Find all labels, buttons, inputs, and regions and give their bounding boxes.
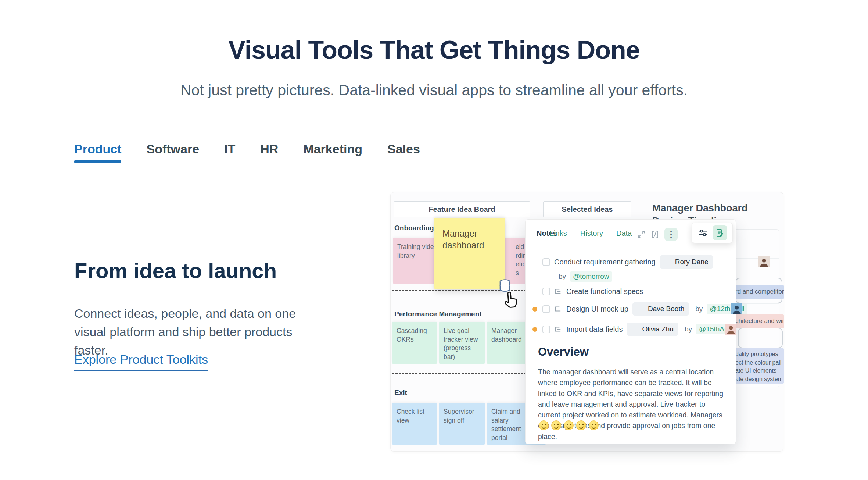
page-subtitle: Not just pretty pictures. Data-linked vi… (0, 82, 868, 99)
tab-marketing[interactable]: Marketing (303, 142, 362, 163)
tab-label: Sales (387, 142, 420, 156)
task-detail-panel: Notes Links History Data ⋮ (525, 219, 736, 444)
active-tab-underline (74, 160, 121, 163)
due-date: @tomorrow (570, 271, 612, 282)
avatar (628, 324, 639, 335)
task-row: Create functional specs (526, 286, 732, 297)
chip-line: ect the colour pallet (735, 359, 781, 367)
section-heading: From idea to launch (74, 258, 277, 283)
edit-note-button (713, 225, 727, 240)
tab-label: HR (260, 142, 278, 156)
thinking-face-emoji-icon (589, 420, 599, 430)
chip-line: ate UI elements (735, 367, 781, 375)
task-title: Design UI mock up (566, 305, 628, 313)
checkbox-icon (542, 288, 550, 295)
assignee-chip: Dave Booth (632, 302, 689, 316)
section-body: Connect ideas, people, and data on one v… (74, 305, 328, 360)
task-title: Create functional specs (566, 287, 643, 296)
tab-sales[interactable]: Sales (387, 142, 420, 163)
subtask-tree-icon (554, 325, 562, 333)
sticky-note: Manager dashboard (434, 218, 505, 289)
timeline-chip-blue: rd and competitor a (732, 285, 784, 299)
tab-software[interactable]: Software (146, 142, 199, 163)
tab-label: IT (224, 142, 235, 156)
task-row: Conduct requirement gathering Rory Dane (526, 256, 732, 267)
panel-tabs: Notes Links History Data (537, 229, 632, 241)
chip-line: dality prototypes (735, 350, 781, 359)
tab-product[interactable]: Product (74, 142, 121, 163)
angry-face-emoji-icon (564, 420, 574, 430)
product-illustration: Feature Idea Board Selected Ideas Manage… (390, 192, 783, 452)
floating-toolbar (692, 223, 733, 243)
tab-label: Software (146, 142, 199, 156)
panel-tab-links: Links (550, 229, 567, 241)
assignee-chip: Rory Dane (660, 255, 713, 269)
lane-divider (392, 373, 546, 374)
checkbox-icon (542, 258, 550, 266)
overview-heading: Overview (538, 345, 589, 359)
lane-divider (392, 290, 546, 291)
subtask-tree-icon (554, 305, 562, 313)
panel-tab-data: Data (616, 229, 632, 241)
idea-card: Check list view (392, 403, 437, 445)
expand-icon (636, 230, 646, 239)
flag-dot-icon (532, 327, 537, 332)
emoji-reactions (539, 420, 599, 430)
tab-hr[interactable]: HR (260, 142, 278, 163)
overview-body: The manager dashboard will serve as a ce… (538, 367, 725, 442)
explore-toolkits-link[interactable]: Explore Product Toolkits (74, 352, 208, 371)
idea-card: Live goal tracker view (progress bar) (439, 322, 485, 364)
face-with-tears-of-joy-emoji-icon (551, 420, 561, 430)
task-title: Import data fields (566, 325, 623, 334)
board-header-selected-ideas: Selected Ideas (543, 201, 631, 217)
page-title: Visual Tools That Get Things Done (0, 35, 868, 65)
flag-dot-icon (532, 307, 537, 312)
kebab-menu-icon: ⋮ (664, 228, 678, 241)
hand-pointer-cursor-icon (499, 288, 521, 312)
lane-label-onboarding: Onboarding (394, 224, 434, 232)
checkbox-icon (542, 326, 550, 333)
board-header-feature-idea: Feature Idea Board (394, 201, 530, 217)
panel-tab-history: History (580, 229, 603, 241)
assignee-chip: Olivia Zhu (627, 323, 678, 336)
lane-label-performance: Performance Management (394, 310, 482, 318)
sliders-icon (697, 227, 709, 239)
avatar (634, 303, 645, 314)
idea-card: Cascading OKRs (392, 322, 437, 364)
smiling-face-with-halo-emoji-icon (576, 420, 586, 430)
lane-label-exit: Exit (394, 389, 407, 397)
task-title: Conduct requirement gathering (554, 258, 656, 266)
task-due-row: by @tomorrow (526, 271, 732, 282)
subtask-tree-icon (554, 287, 562, 295)
task-row: Design UI mock up Dave Booth by @12thApr… (526, 303, 732, 314)
timeline-chip-purple: dality prototypes ect the colour pallet … (732, 348, 784, 384)
checkbox-icon (542, 305, 550, 313)
avatar (661, 256, 672, 267)
tab-label: Marketing (303, 142, 362, 156)
category-tabs: Product Software IT HR Marketing Sales (74, 142, 420, 163)
tab-it[interactable]: IT (224, 142, 235, 163)
by-label: by (559, 273, 566, 281)
tab-label: Product (74, 142, 121, 156)
code-icon (650, 230, 660, 239)
grinning-face-emoji-icon (539, 420, 549, 430)
chip-line: ate design system (735, 375, 781, 384)
idea-card: Supervisor sign off (439, 403, 485, 445)
task-row: Import data fields Olivia Zhu by @15thAp… (526, 324, 732, 335)
panel-icon-cluster: ⋮ (636, 228, 678, 241)
landing-page: Visual Tools That Get Things Done Not ju… (0, 0, 868, 480)
